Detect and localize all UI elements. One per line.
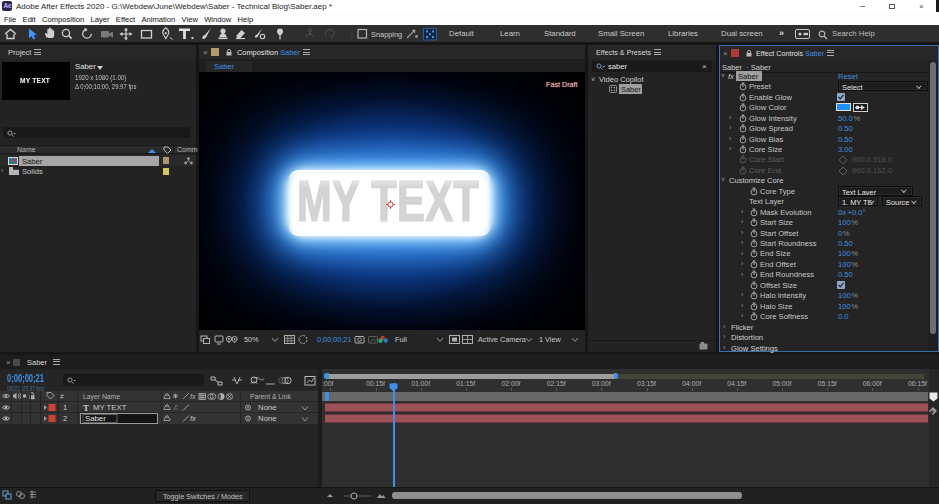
svg-text:T: T bbox=[83, 403, 89, 413]
svg-text:Active Camera: Active Camera bbox=[478, 335, 527, 344]
svg-text:None: None bbox=[258, 403, 277, 412]
svg-text:1 View: 1 View bbox=[539, 335, 561, 344]
svg-text:Snapping: Snapping bbox=[371, 30, 402, 39]
svg-text:2: 2 bbox=[63, 414, 67, 423]
svg-text:fx: fx bbox=[190, 393, 196, 400]
svg-text:Saber: Saber bbox=[85, 414, 106, 423]
svg-text:fx: fx bbox=[190, 414, 196, 423]
svg-text:50%: 50% bbox=[244, 335, 259, 344]
svg-text:None: None bbox=[258, 414, 277, 423]
svg-text:MY TEXT: MY TEXT bbox=[93, 403, 127, 412]
svg-text:Layer Name: Layer Name bbox=[83, 393, 120, 401]
svg-text:0;00;00;21: 0;00;00;21 bbox=[317, 335, 352, 344]
svg-text:Parent & Link: Parent & Link bbox=[250, 393, 291, 400]
svg-text:Full: Full bbox=[395, 335, 407, 344]
svg-text:1: 1 bbox=[63, 403, 67, 412]
svg-text:#: # bbox=[60, 393, 64, 400]
